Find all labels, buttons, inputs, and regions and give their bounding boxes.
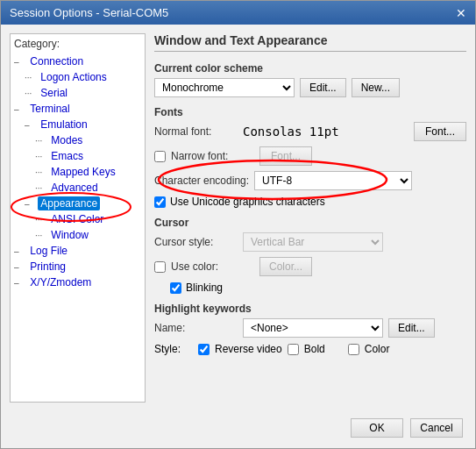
encoding-row: Character encoding: UTF-8 (154, 171, 466, 190)
sidebar-item-label[interactable]: Logon Actions (38, 70, 109, 84)
narrow-font-checkbox[interactable] (154, 151, 166, 162)
sidebar-item-emulation[interactable]: – Emulation (25, 117, 141, 132)
sidebar-item-emacs[interactable]: ··· Emacs (35, 148, 141, 164)
sidebar-item-label[interactable]: Appearance (38, 196, 100, 210)
cursor-style-select[interactable]: Vertical Bar (243, 232, 383, 252)
sidebar-item-mapped-keys[interactable]: ··· Mapped Keys (35, 164, 141, 180)
expander-dot9: ··· (35, 231, 46, 240)
close-button[interactable]: ✕ (456, 7, 466, 19)
blinking-checkbox[interactable] (170, 282, 181, 294)
expander-emulation: – (25, 120, 35, 130)
sidebar-item-modes[interactable]: ··· Modes (35, 132, 141, 148)
style-label: Style: (154, 343, 193, 355)
keyword-name-select[interactable]: <None> (243, 318, 383, 338)
keyword-name-row: Name: <None> Edit... (154, 318, 466, 338)
narrow-font-button[interactable]: Font... (259, 146, 312, 166)
dialog-footer: OK Cancel (1, 411, 475, 448)
expander-dot5: ··· (35, 167, 46, 177)
bold-checkbox[interactable] (288, 344, 299, 355)
name-label: Name: (154, 322, 238, 334)
sidebar-item-label[interactable]: Advanced (48, 181, 100, 195)
expander-terminal: – (14, 104, 25, 114)
sidebar-item-label[interactable]: Emacs (48, 149, 86, 163)
emulation-branch: ··· Modes ··· Emacs ··· Mapped Keys ··· … (35, 132, 141, 196)
color-scheme-group: Current color scheme Monochrome Edit... … (154, 62, 466, 97)
expander-dot12: – (14, 278, 25, 288)
sidebar-item-log-file[interactable]: – Log File (14, 243, 141, 259)
dialog-window: Session Options - Serial-COM5 ✕ Category… (0, 0, 476, 449)
sidebar-item-label[interactable]: Serial (38, 86, 70, 100)
sidebar-item-label[interactable]: Mapped Keys (48, 165, 117, 179)
category-panel: Category: – Connection ··· Logon Actions… (10, 33, 146, 403)
new-color-button[interactable]: New... (352, 78, 400, 97)
fonts-group: Fonts Normal font: Consolas 11pt Font...… (154, 106, 466, 208)
unicode-checkbox[interactable] (154, 196, 166, 208)
category-label: Category: (14, 38, 141, 50)
ok-button[interactable]: OK (351, 418, 403, 438)
expander-dot3: ··· (35, 136, 46, 146)
sidebar-item-label[interactable]: Modes (48, 133, 85, 147)
sidebar-item-advanced[interactable]: ··· Advanced (35, 180, 141, 196)
use-color-checkbox[interactable] (154, 261, 166, 273)
section-title: Window and Text Appearance (154, 33, 466, 52)
sidebar-item-ansi-color[interactable]: ··· ANSI Color (35, 211, 141, 227)
cursor-style-row: Cursor style: Vertical Bar (154, 232, 466, 252)
sidebar-item-label[interactable]: Log File (27, 244, 70, 258)
sidebar-item-connection[interactable]: – Connection (14, 53, 141, 69)
sidebar-item-terminal[interactable]: – Terminal (14, 101, 141, 117)
highlight-edit-button[interactable]: Edit... (388, 318, 435, 338)
terminal-branch: – Emulation ··· Modes ··· Emacs ··· Mapp… (25, 117, 141, 243)
dialog-body: Category: – Connection ··· Logon Actions… (1, 25, 475, 411)
color-checkbox[interactable] (348, 344, 359, 355)
expander-connection: – (14, 57, 25, 67)
blinking-row: Blinking (170, 282, 466, 294)
reverse-video-label: Reverse video (215, 343, 282, 355)
expander-dot2: ··· (25, 89, 35, 98)
normal-font-label: Normal font: (154, 125, 238, 138)
highlight-style-row: Style: Reverse video Bold Color (154, 343, 466, 355)
expander-dot4: ··· (35, 152, 46, 161)
unicode-label: Use Unicode graphics characters (170, 196, 325, 208)
sidebar-item-label[interactable]: Connection (27, 54, 86, 68)
cancel-button[interactable]: Cancel (410, 418, 463, 438)
sidebar-item-label[interactable]: X/Y/Zmodem (27, 275, 94, 289)
normal-font-value: Consolas 11pt (243, 125, 409, 139)
narrow-font-label: Narrow font: (171, 150, 254, 162)
sidebar-item-xyzmodem[interactable]: – X/Y/Zmodem (14, 274, 141, 290)
use-color-row: Use color: Color... (154, 257, 466, 276)
sidebar-item-label[interactable]: Emulation (38, 118, 89, 132)
sidebar-item-label[interactable]: Terminal (27, 102, 72, 116)
bold-label: Bold (304, 343, 343, 355)
use-color-label: Use color: (171, 260, 254, 273)
blinking-label: Blinking (186, 282, 223, 294)
highlight-label: Highlight keywords (154, 303, 466, 315)
sidebar-item-logon-actions[interactable]: ··· Logon Actions (25, 69, 141, 85)
expander-dot6: ··· (35, 183, 46, 193)
reverse-video-checkbox[interactable] (198, 344, 210, 355)
expander-dot11: – (14, 262, 25, 272)
cursor-style-label: Cursor style: (154, 236, 238, 248)
sidebar-item-label[interactable]: Printing (27, 260, 68, 274)
color-scheme-select[interactable]: Monochrome (154, 78, 295, 97)
sidebar-item-label[interactable]: ANSI Color (48, 212, 106, 226)
sidebar-item-window[interactable]: ··· Window (35, 227, 141, 243)
expander-dot1: ··· (25, 73, 35, 82)
font-button[interactable]: Font... (414, 122, 466, 141)
sidebar-item-printing[interactable]: – Printing (14, 259, 141, 274)
expander-dot10: – (14, 246, 25, 256)
expander-dot7: – (25, 199, 35, 209)
color-label: Color (365, 343, 403, 355)
cursor-group: Cursor Cursor style: Vertical Bar Use co… (154, 217, 466, 294)
connection-branch: ··· Logon Actions ··· Serial (25, 69, 141, 101)
encoding-label: Character encoding: (154, 175, 249, 187)
edit-color-button[interactable]: Edit... (300, 78, 346, 97)
encoding-select[interactable]: UTF-8 (254, 171, 412, 190)
normal-font-row: Normal font: Consolas 11pt Font... (154, 122, 466, 141)
color-button[interactable]: Color... (259, 257, 312, 276)
right-panel: Window and Text Appearance Current color… (154, 33, 466, 403)
sidebar-item-appearance[interactable]: – Appearance (25, 196, 141, 211)
color-scheme-row: Monochrome Edit... New... (154, 78, 466, 97)
color-scheme-label: Current color scheme (154, 62, 466, 75)
sidebar-item-serial[interactable]: ··· Serial (25, 85, 141, 101)
sidebar-item-label[interactable]: Window (48, 228, 91, 242)
